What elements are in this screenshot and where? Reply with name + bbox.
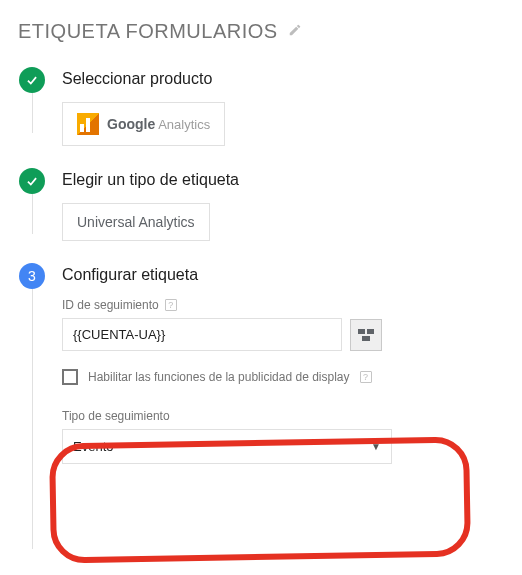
check-icon <box>19 67 45 93</box>
page-title: ETIQUETA FORMULARIOS <box>18 20 278 43</box>
product-card-google-analytics[interactable]: Google Analytics <box>62 102 225 146</box>
google-analytics-icon <box>77 113 99 135</box>
step-choose-tag-type: Elegir un tipo de etiqueta Universal Ana… <box>18 168 504 263</box>
step-configure-tag: 3 Configurar etiqueta ID de seguimiento … <box>18 263 504 549</box>
variable-picker-button[interactable] <box>350 319 382 351</box>
pencil-icon[interactable] <box>288 23 302 41</box>
tracking-type-label: Tipo de seguimiento <box>62 409 504 423</box>
bricks-icon <box>358 329 374 341</box>
help-icon[interactable]: ? <box>165 299 177 311</box>
page-header: ETIQUETA FORMULARIOS <box>18 20 504 43</box>
tracking-id-label: ID de seguimiento ? <box>62 298 504 312</box>
step-number-badge: 3 <box>19 263 45 289</box>
display-features-checkbox[interactable] <box>62 369 78 385</box>
check-icon <box>19 168 45 194</box>
chevron-down-icon: ▼ <box>371 441 381 452</box>
tracking-type-value: Evento <box>73 439 113 454</box>
tracking-type-select[interactable]: Evento ▼ <box>62 429 392 464</box>
tracking-id-input[interactable] <box>62 318 342 351</box>
product-card-label: Google Analytics <box>107 115 210 133</box>
step-title: Seleccionar producto <box>62 70 504 88</box>
step-title: Elegir un tipo de etiqueta <box>62 171 504 189</box>
tag-type-card-label: Universal Analytics <box>77 214 195 230</box>
tag-type-card[interactable]: Universal Analytics <box>62 203 210 241</box>
help-icon[interactable]: ? <box>360 371 372 383</box>
step-select-product: Seleccionar producto Google Analytics <box>18 67 504 168</box>
display-features-label: Habilitar las funciones de la publicidad… <box>88 370 350 384</box>
step-title: Configurar etiqueta <box>62 266 504 284</box>
